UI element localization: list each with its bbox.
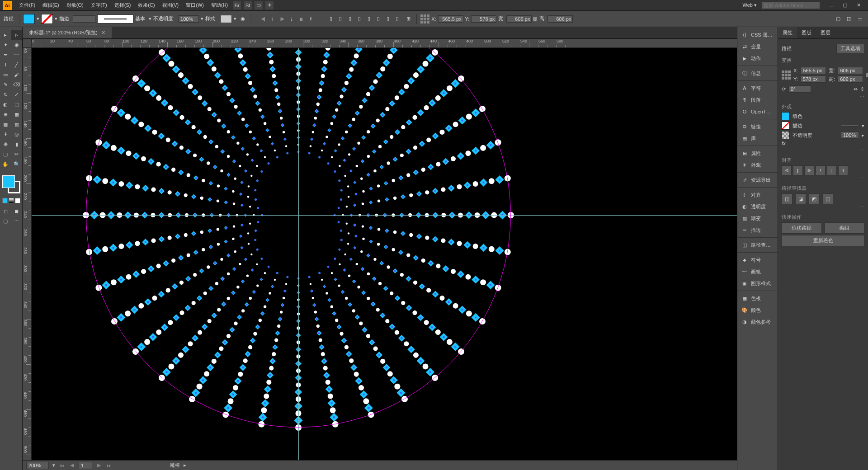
align-vcenter-icon[interactable]: ⫼	[297, 14, 306, 24]
prop-opacity-input[interactable]: 100%	[841, 132, 859, 139]
link-wh-icon[interactable]: ⛓	[866, 72, 868, 78]
prop-align-top[interactable]: ⫶	[816, 165, 826, 175]
stock-icon[interactable]: St	[244, 1, 252, 9]
lasso-tool[interactable]: ◉	[11, 40, 23, 50]
dock-actions[interactable]: ▶动作	[737, 52, 778, 64]
stroke-dropdown-icon[interactable]: ▾	[55, 16, 57, 22]
pathfinder-exclude[interactable]: ◫	[822, 193, 833, 204]
menu-window[interactable]: 窗口(W)	[182, 0, 208, 10]
tab-properties[interactable]: 属性	[778, 27, 797, 38]
dist-5-icon[interactable]: ▯	[364, 14, 373, 24]
stroke-color-swatch[interactable]	[41, 14, 53, 24]
dock-color-guide[interactable]: ◑颜色参考	[737, 316, 778, 328]
dock-opentype[interactable]: ОOpenT…	[737, 106, 778, 118]
align-right-icon[interactable]: ⫸	[278, 14, 287, 24]
dock-transparency[interactable]: ◐透明度	[737, 201, 778, 212]
dock-align[interactable]: ⫿对齐	[737, 189, 778, 201]
dock-links[interactable]: ⧉链接	[737, 121, 778, 132]
dist-3-icon[interactable]: ▯	[345, 14, 354, 24]
opacity-dropdown-icon[interactable]: ▸	[862, 132, 864, 138]
dist-2-icon[interactable]: ▯	[336, 14, 345, 24]
stroke-profile[interactable]	[97, 14, 133, 24]
last-artboard-icon[interactable]: ⏭	[106, 463, 112, 468]
style-dropdown-icon[interactable]: ▾	[234, 16, 236, 22]
zoom-input[interactable]	[26, 462, 49, 469]
document-tab[interactable]: 未标题-1* @ 200% (RGB/预览) ✕	[23, 27, 112, 38]
options-menu-icon[interactable]: ☰	[855, 14, 864, 24]
dock-libraries[interactable]: ▤库	[737, 132, 778, 144]
prop-align-vcenter[interactable]: ⫼	[827, 165, 837, 175]
bridge-icon[interactable]: Br	[233, 1, 241, 9]
offset-path-button[interactable]: 位移路径	[782, 222, 822, 234]
menu-effect[interactable]: 效果(C)	[134, 0, 158, 10]
gradient-tool[interactable]: ▨	[11, 119, 23, 129]
menu-view[interactable]: 视图(V)	[159, 0, 183, 10]
flip-v-icon[interactable]: ⇕	[860, 86, 864, 92]
close-tab-icon[interactable]: ✕	[101, 30, 105, 36]
prop-align-hcenter[interactable]: ⫿	[793, 165, 803, 175]
selection-tool[interactable]: ▸	[0, 30, 11, 40]
dist-4-icon[interactable]: ▯	[355, 14, 364, 24]
vertical-ruler[interactable]: 6080100120140160180200220240260280300320…	[23, 48, 32, 460]
rotate-tool[interactable]: ↻	[0, 89, 11, 99]
opacity-dropdown-icon[interactable]: ▾	[201, 16, 203, 22]
pen-tool[interactable]: ✒	[0, 50, 11, 60]
magic-wand-tool[interactable]: ✦	[0, 40, 11, 50]
align-top-icon[interactable]: ⫶	[287, 14, 296, 24]
dist-6-icon[interactable]: ▯	[374, 14, 383, 24]
line-tool[interactable]: ╱	[11, 60, 23, 70]
y-value-input[interactable]: 578 px	[471, 15, 496, 23]
zoom-tool[interactable]: 🔍	[11, 159, 23, 169]
arrange-icon[interactable]: ▭	[255, 1, 263, 9]
free-transform-tool[interactable]: ⬚	[11, 99, 23, 109]
brush-dropdown-icon[interactable]: ▾	[149, 16, 151, 22]
dock-paragraph[interactable]: ¶段落	[737, 94, 778, 106]
dock-character[interactable]: A字符	[737, 82, 778, 94]
x-value-input[interactable]: 565.5 px	[438, 15, 463, 23]
tool-options-button[interactable]: 工具选项	[836, 44, 864, 53]
prop-fill-swatch[interactable]	[782, 112, 790, 120]
align-bottom-icon[interactable]: ⫵	[306, 14, 315, 24]
dist-1-icon[interactable]: ▯	[326, 14, 335, 24]
symbol-sprayer-tool[interactable]: ❋	[0, 139, 11, 149]
dock-info[interactable]: ⓘ信息	[737, 67, 778, 79]
paintbrush-tool[interactable]: 🖌	[11, 70, 23, 80]
graphic-style-swatch[interactable]	[220, 15, 232, 23]
dock-color[interactable]: 🎨颜色	[737, 304, 778, 316]
workspace-switcher[interactable]: Web ▾	[738, 0, 761, 10]
prop-stroke-weight[interactable]	[841, 125, 859, 127]
shape-1-icon[interactable]: ▢	[834, 14, 843, 24]
prop-align-right[interactable]: ⫸	[804, 165, 814, 175]
prop-rotate-input[interactable]: 0°	[788, 85, 811, 93]
w-value-input[interactable]: 606 px	[506, 15, 532, 23]
status-dropdown-icon[interactable]: ▸	[184, 462, 186, 468]
stroke-weight-dropdown-icon[interactable]: ▾	[862, 123, 864, 129]
recolor-button[interactable]: 重新着色	[782, 235, 864, 246]
slice-tool[interactable]: ✂	[11, 149, 23, 159]
draw-normal-icon[interactable]: ◻	[0, 206, 11, 216]
dist-7-icon[interactable]: ▯	[383, 14, 392, 24]
dock-swatches[interactable]: ▦色板	[737, 292, 778, 304]
more-pathfinder-icon[interactable]: ⋯	[782, 204, 864, 210]
fill-color-swatch[interactable]	[23, 14, 35, 24]
prop-align-bottom[interactable]: ⫵	[838, 165, 848, 175]
first-artboard-icon[interactable]: ⏮	[59, 463, 65, 468]
recolor-artwork-icon[interactable]: ◉	[238, 14, 247, 24]
curvature-tool[interactable]: 〰	[11, 50, 23, 60]
more-align-icon[interactable]: ⋯	[782, 175, 864, 181]
opacity-input[interactable]	[178, 15, 199, 23]
isolate-icon[interactable]: ⊞	[404, 14, 413, 24]
pathfinder-intersect[interactable]: ◩	[809, 193, 820, 204]
align-hcenter-icon[interactable]: ⫿	[268, 14, 277, 24]
mesh-tool[interactable]: ▩	[0, 119, 11, 129]
prop-y-input[interactable]: 578 px	[801, 75, 826, 83]
ruler-origin[interactable]	[23, 39, 32, 48]
search-input[interactable]	[761, 2, 820, 9]
tab-artboards[interactable]: 图版	[797, 27, 816, 38]
prop-align-left[interactable]: ⫷	[782, 165, 792, 175]
color-mode-icon[interactable]	[2, 198, 8, 203]
draw-behind-icon[interactable]: ◼	[11, 206, 23, 216]
dock-appearance[interactable]: ☀外观	[737, 159, 778, 171]
menu-object[interactable]: 对象(O)	[63, 0, 87, 10]
pathfinder-minus[interactable]: ◪	[795, 193, 806, 204]
